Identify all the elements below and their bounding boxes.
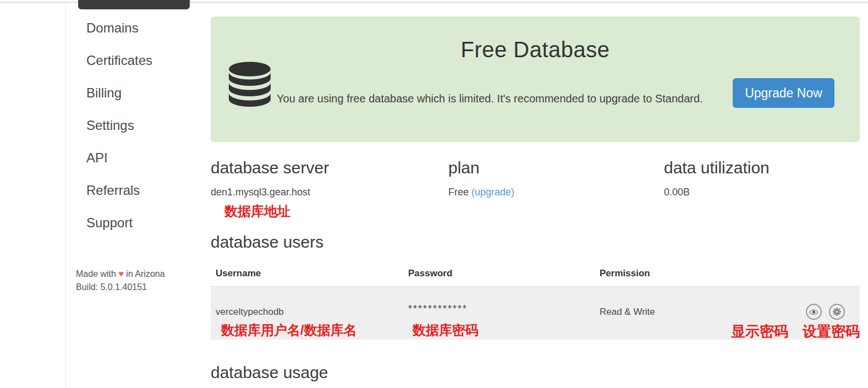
plan-column: plan Free (upgrade) — [448, 159, 664, 220]
password-annotation: 数据库密码 — [413, 321, 479, 339]
permission-cell: Read & Write — [600, 307, 655, 318]
active-tab[interactable] — [78, 0, 190, 9]
username-cell: verceltypechodb — [216, 307, 284, 318]
made-with-line: Made with ♥ in Arizona — [76, 267, 165, 281]
show-password-button[interactable] — [806, 304, 822, 320]
data-utilization-label: data utilization — [664, 159, 860, 177]
page: Domains Certificates Billing Settings AP… — [0, 0, 868, 388]
made-with-text: Made with — [76, 269, 116, 278]
build-version: Build: 5.0.1.40151 — [76, 281, 165, 294]
made-with-location: in Arizona — [126, 269, 164, 278]
set-password-annotation: 设置密码 — [803, 323, 860, 340]
data-utilization-column: data utilization 0.00B — [664, 159, 860, 220]
users-table-header: Username Password Permission — [211, 268, 860, 286]
banner-title: Free Database — [211, 37, 860, 62]
username-annotation: 数据库用户名/数据库名 — [221, 321, 357, 339]
heart-icon: ♥ — [118, 269, 124, 278]
database-info-row: database server den1.mysql3.gear.host 数据… — [211, 159, 860, 220]
upgrade-link[interactable]: (upgrade) — [471, 187, 514, 198]
sidebar-footer: Made with ♥ in Arizona Build: 5.0.1.4015… — [76, 267, 165, 294]
database-usage-heading: database usage — [211, 363, 328, 382]
plan-value: Free — [448, 187, 469, 198]
sidebar-item-billing[interactable]: Billing — [86, 85, 152, 101]
free-database-banner: Free Database You are using free databas… — [211, 17, 860, 142]
banner-message: You are using free database which is lim… — [277, 92, 703, 105]
column-header-permission: Permission — [600, 268, 650, 279]
sidebar-item-referrals[interactable]: Referrals — [86, 182, 152, 198]
plan-label: plan — [448, 159, 664, 177]
upgrade-now-button[interactable]: Upgrade Now — [733, 78, 834, 108]
eye-icon — [809, 309, 818, 315]
password-cell: ************ — [408, 303, 468, 314]
column-header-password: Password — [408, 268, 452, 279]
sidebar-left-divider — [65, 3, 66, 388]
sidebar-item-domains[interactable]: Domains — [86, 20, 152, 36]
user-table-row: verceltypechodb ************ Read & Writ… — [211, 286, 860, 340]
database-server-label: database server — [211, 159, 448, 177]
show-password-annotation: 显示密码 — [731, 323, 788, 340]
set-password-button[interactable] — [829, 304, 845, 320]
sidebar-item-settings[interactable]: Settings — [86, 117, 152, 133]
database-users-heading: database users — [211, 232, 323, 252]
database-icon — [229, 61, 271, 111]
database-server-column: database server den1.mysql3.gear.host 数据… — [211, 159, 448, 220]
actions-annotation: 显示密码设置密码 — [731, 322, 860, 341]
column-header-username: Username — [216, 268, 261, 279]
gear-icon — [833, 308, 841, 316]
sidebar-item-certificates[interactable]: Certificates — [86, 52, 152, 68]
sidebar-item-support[interactable]: Support — [86, 215, 152, 231]
sidebar: Domains Certificates Billing Settings AP… — [86, 20, 152, 247]
sidebar-item-api[interactable]: API — [86, 150, 152, 166]
data-utilization-value: 0.00B — [664, 187, 860, 198]
server-annotation: 数据库地址 — [224, 203, 448, 220]
database-server-value: den1.mysql3.gear.host — [211, 187, 448, 198]
